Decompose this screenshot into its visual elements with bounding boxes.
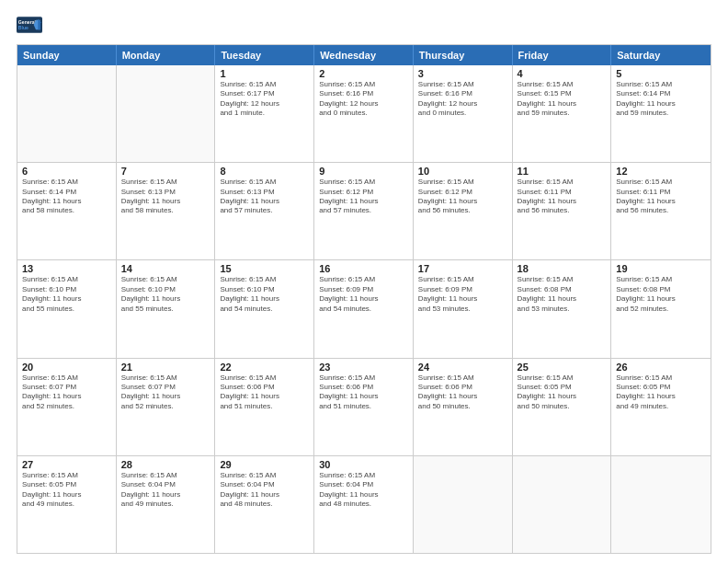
- day-number: 13: [22, 263, 111, 274]
- day-info: Sunrise: 6:15 AM Sunset: 6:07 PM Dayligh…: [121, 373, 210, 412]
- day-info: Sunrise: 6:15 AM Sunset: 6:10 PM Dayligh…: [121, 275, 210, 314]
- day-info: Sunrise: 6:15 AM Sunset: 6:10 PM Dayligh…: [220, 275, 309, 314]
- calendar-cell: 12Sunrise: 6:15 AM Sunset: 6:11 PM Dayli…: [611, 163, 711, 259]
- day-number: 26: [616, 362, 706, 373]
- calendar-cell: [611, 456, 711, 553]
- header-day-monday: Monday: [117, 45, 216, 65]
- header-day-sunday: Sunday: [17, 45, 117, 65]
- day-info: Sunrise: 6:15 AM Sunset: 6:09 PM Dayligh…: [418, 275, 507, 314]
- calendar-cell: 20Sunrise: 6:15 AM Sunset: 6:07 PM Dayli…: [17, 359, 117, 455]
- calendar-cell: 7Sunrise: 6:15 AM Sunset: 6:13 PM Daylig…: [117, 163, 216, 259]
- day-number: 17: [418, 263, 507, 274]
- day-number: 23: [319, 362, 408, 373]
- calendar-cell: 4Sunrise: 6:15 AM Sunset: 6:15 PM Daylig…: [513, 65, 612, 162]
- calendar-cell: 23Sunrise: 6:15 AM Sunset: 6:06 PM Dayli…: [314, 359, 414, 455]
- day-info: Sunrise: 6:15 AM Sunset: 6:12 PM Dayligh…: [418, 178, 507, 216]
- calendar-cell: 26Sunrise: 6:15 AM Sunset: 6:05 PM Dayli…: [611, 359, 711, 455]
- calendar-cell: [17, 65, 117, 162]
- calendar-cell: 18Sunrise: 6:15 AM Sunset: 6:08 PM Dayli…: [513, 260, 612, 357]
- day-number: 20: [22, 362, 111, 373]
- calendar-cell: 19Sunrise: 6:15 AM Sunset: 6:08 PM Dayli…: [611, 260, 711, 357]
- day-info: Sunrise: 6:15 AM Sunset: 6:13 PM Dayligh…: [220, 178, 309, 216]
- day-info: Sunrise: 6:15 AM Sunset: 6:15 PM Dayligh…: [518, 80, 607, 119]
- day-info: Sunrise: 6:15 AM Sunset: 6:06 PM Dayligh…: [319, 373, 408, 412]
- calendar-cell: 5Sunrise: 6:15 AM Sunset: 6:14 PM Daylig…: [611, 65, 711, 162]
- calendar-cell: 14Sunrise: 6:15 AM Sunset: 6:10 PM Dayli…: [117, 260, 216, 357]
- calendar-cell: 30Sunrise: 6:15 AM Sunset: 6:04 PM Dayli…: [314, 456, 414, 553]
- day-number: 28: [121, 459, 210, 470]
- day-number: 16: [319, 263, 408, 274]
- day-number: 29: [220, 459, 309, 470]
- day-number: 12: [616, 166, 706, 177]
- week-row-2: 6Sunrise: 6:15 AM Sunset: 6:14 PM Daylig…: [17, 163, 711, 260]
- calendar-cell: 6Sunrise: 6:15 AM Sunset: 6:14 PM Daylig…: [17, 163, 117, 259]
- day-number: 22: [220, 362, 309, 373]
- day-info: Sunrise: 6:15 AM Sunset: 6:17 PM Dayligh…: [220, 80, 309, 119]
- day-info: Sunrise: 6:15 AM Sunset: 6:05 PM Dayligh…: [518, 373, 607, 412]
- calendar: SundayMondayTuesdayWednesdayThursdayFrid…: [17, 44, 711, 554]
- day-info: Sunrise: 6:15 AM Sunset: 6:14 PM Dayligh…: [22, 178, 111, 216]
- day-info: Sunrise: 6:15 AM Sunset: 6:13 PM Dayligh…: [121, 178, 210, 216]
- header-day-tuesday: Tuesday: [215, 45, 314, 65]
- calendar-body: 1Sunrise: 6:15 AM Sunset: 6:17 PM Daylig…: [17, 65, 711, 553]
- day-number: 27: [22, 459, 111, 470]
- calendar-cell: 17Sunrise: 6:15 AM Sunset: 6:09 PM Dayli…: [414, 260, 513, 357]
- calendar-cell: 10Sunrise: 6:15 AM Sunset: 6:12 PM Dayli…: [414, 163, 513, 259]
- day-info: Sunrise: 6:15 AM Sunset: 6:05 PM Dayligh…: [616, 373, 706, 412]
- day-number: 19: [616, 263, 706, 274]
- day-info: Sunrise: 6:15 AM Sunset: 6:06 PM Dayligh…: [418, 373, 507, 412]
- calendar-cell: [513, 456, 612, 553]
- day-info: Sunrise: 6:15 AM Sunset: 6:11 PM Dayligh…: [616, 178, 706, 216]
- day-info: Sunrise: 6:15 AM Sunset: 6:04 PM Dayligh…: [319, 471, 408, 510]
- header-day-friday: Friday: [513, 45, 612, 65]
- day-info: Sunrise: 6:15 AM Sunset: 6:09 PM Dayligh…: [319, 275, 408, 314]
- header-day-thursday: Thursday: [414, 45, 513, 65]
- calendar-cell: 27Sunrise: 6:15 AM Sunset: 6:05 PM Dayli…: [17, 456, 117, 553]
- day-info: Sunrise: 6:15 AM Sunset: 6:10 PM Dayligh…: [22, 275, 111, 314]
- header-day-wednesday: Wednesday: [314, 45, 414, 65]
- header-day-saturday: Saturday: [611, 45, 711, 65]
- day-number: 18: [518, 263, 607, 274]
- day-number: 25: [518, 362, 607, 373]
- day-number: 10: [418, 166, 507, 177]
- logo-icon: General Blue: [17, 17, 42, 33]
- calendar-cell: 3Sunrise: 6:15 AM Sunset: 6:16 PM Daylig…: [414, 65, 513, 162]
- day-info: Sunrise: 6:15 AM Sunset: 6:16 PM Dayligh…: [319, 80, 408, 119]
- week-row-3: 13Sunrise: 6:15 AM Sunset: 6:10 PM Dayli…: [17, 260, 711, 358]
- calendar-cell: 13Sunrise: 6:15 AM Sunset: 6:10 PM Dayli…: [17, 260, 117, 357]
- day-number: 2: [319, 68, 408, 79]
- day-number: 11: [518, 166, 607, 177]
- calendar-cell: 2Sunrise: 6:15 AM Sunset: 6:16 PM Daylig…: [314, 65, 414, 162]
- day-number: 3: [418, 68, 507, 79]
- calendar-cell: 25Sunrise: 6:15 AM Sunset: 6:05 PM Dayli…: [513, 359, 612, 455]
- calendar-cell: 1Sunrise: 6:15 AM Sunset: 6:17 PM Daylig…: [215, 65, 314, 162]
- calendar-cell: 8Sunrise: 6:15 AM Sunset: 6:13 PM Daylig…: [215, 163, 314, 259]
- day-info: Sunrise: 6:15 AM Sunset: 6:08 PM Dayligh…: [518, 275, 607, 314]
- day-number: 21: [121, 362, 210, 373]
- day-number: 8: [220, 166, 309, 177]
- day-number: 1: [220, 68, 309, 79]
- day-number: 14: [121, 263, 210, 274]
- day-info: Sunrise: 6:15 AM Sunset: 6:12 PM Dayligh…: [319, 178, 408, 216]
- day-info: Sunrise: 6:15 AM Sunset: 6:04 PM Dayligh…: [121, 471, 210, 510]
- day-number: 15: [220, 263, 309, 274]
- logo: General Blue: [17, 17, 42, 35]
- day-number: 30: [319, 459, 408, 470]
- day-number: 4: [518, 68, 607, 79]
- day-info: Sunrise: 6:15 AM Sunset: 6:05 PM Dayligh…: [22, 471, 111, 510]
- calendar-cell: [117, 65, 216, 162]
- calendar-cell: 22Sunrise: 6:15 AM Sunset: 6:06 PM Dayli…: [215, 359, 314, 455]
- week-row-5: 27Sunrise: 6:15 AM Sunset: 6:05 PM Dayli…: [17, 456, 711, 553]
- day-number: 6: [22, 166, 111, 177]
- calendar-cell: 28Sunrise: 6:15 AM Sunset: 6:04 PM Dayli…: [117, 456, 216, 553]
- day-info: Sunrise: 6:15 AM Sunset: 6:14 PM Dayligh…: [616, 80, 706, 119]
- calendar-cell: 16Sunrise: 6:15 AM Sunset: 6:09 PM Dayli…: [314, 260, 414, 357]
- week-row-1: 1Sunrise: 6:15 AM Sunset: 6:17 PM Daylig…: [17, 65, 711, 163]
- calendar-cell: [414, 456, 513, 553]
- calendar-header: SundayMondayTuesdayWednesdayThursdayFrid…: [17, 45, 711, 65]
- day-number: 24: [418, 362, 507, 373]
- day-info: Sunrise: 6:15 AM Sunset: 6:07 PM Dayligh…: [22, 373, 111, 412]
- calendar-cell: 11Sunrise: 6:15 AM Sunset: 6:11 PM Dayli…: [513, 163, 612, 259]
- day-info: Sunrise: 6:15 AM Sunset: 6:16 PM Dayligh…: [418, 80, 507, 119]
- calendar-cell: 21Sunrise: 6:15 AM Sunset: 6:07 PM Dayli…: [117, 359, 216, 455]
